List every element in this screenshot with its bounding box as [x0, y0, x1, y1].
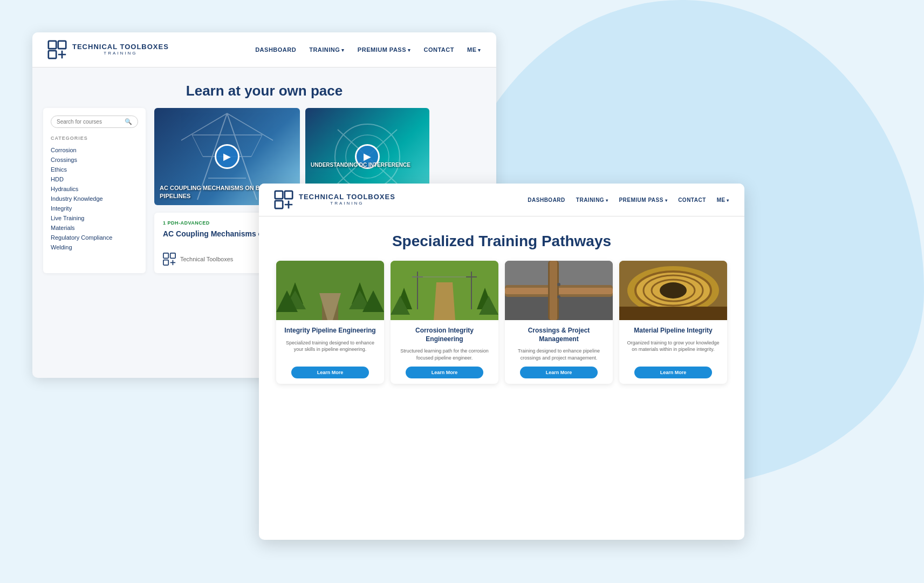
pathway-metal-img — [619, 261, 727, 320]
sidebar: 🔍 CATEGORIES Corrosion Crossings Ethics … — [43, 108, 146, 273]
front-hero: Specialized Training Pathways — [259, 216, 744, 261]
card-front: TECHNICAL TOOLBOXES TRAINING DASHBOARD T… — [259, 184, 744, 540]
front-logo-text-sub: TRAINING — [299, 201, 395, 206]
svg-marker-43 — [434, 282, 455, 320]
svg-point-63 — [660, 282, 687, 299]
provider-name: Technical Toolboxes — [180, 256, 233, 262]
back-hero-title: Learn at your own pace — [43, 83, 485, 99]
logo-text-block: TECHNICAL TOOLBOXES TRAINING — [72, 43, 169, 56]
pathway-grid: Integrity Pipeline Engineering Specializ… — [259, 261, 744, 395]
svg-point-55 — [557, 295, 560, 299]
front-header: TECHNICAL TOOLBOXES TRAINING DASHBOARD T… — [259, 184, 744, 216]
front-logo-text-block: TECHNICAL TOOLBOXES TRAINING — [299, 193, 395, 206]
front-logo-text-main: TECHNICAL TOOLBOXES — [299, 193, 395, 201]
logo-text-sub: TRAINING — [72, 51, 169, 56]
svg-rect-62 — [619, 307, 727, 320]
search-box[interactable]: 🔍 — [51, 116, 138, 128]
category-crossings[interactable]: Crossings — [51, 155, 138, 165]
front-logo-icon — [274, 190, 293, 209]
play-button-1[interactable]: ▶ — [215, 144, 239, 169]
provider-logo-icon — [163, 253, 176, 266]
category-welding[interactable]: Welding — [51, 242, 138, 252]
pathway-integrity-desc: Specialized training designed to enhance… — [282, 340, 379, 362]
front-nav-contact[interactable]: CONTACT — [678, 197, 706, 203]
front-nav-training[interactable]: TRAINING — [576, 197, 608, 203]
svg-rect-19 — [170, 253, 175, 258]
svg-rect-20 — [163, 260, 168, 265]
svg-point-54 — [557, 283, 560, 286]
pathway-integrity-body: Integrity Pipeline Engineering Specializ… — [276, 320, 384, 384]
pipes-svg — [505, 261, 613, 320]
nav-contact[interactable]: CONTACT — [424, 46, 454, 53]
thumb-title-2: UNDERSTANDING DC INTERFERENCE — [311, 161, 424, 168]
category-industry-knowledge[interactable]: Industry Knowledge — [51, 194, 138, 204]
category-ethics[interactable]: Ethics — [51, 165, 138, 174]
pathway-crossings: Crossings & Project Management Training … — [505, 261, 613, 384]
pathway-material-body: Material Pipeline Integrity Organized tr… — [619, 320, 727, 384]
pathway-crossings-btn[interactable]: Learn More — [520, 367, 598, 378]
category-corrosion[interactable]: Corrosion — [51, 145, 138, 155]
pathway-crossings-body: Crossings & Project Management Training … — [505, 320, 613, 384]
forest-svg — [276, 261, 384, 320]
front-nav-dashboard[interactable]: DASHBOARD — [528, 197, 565, 203]
search-icon[interactable]: 🔍 — [125, 118, 132, 125]
svg-rect-25 — [275, 201, 283, 208]
front-logo-area: TECHNICAL TOOLBOXES TRAINING — [274, 190, 395, 209]
front-nav-me[interactable]: ME — [717, 197, 729, 203]
pathway-integrity: Integrity Pipeline Engineering Specializ… — [276, 261, 384, 384]
pathway-corrosion-title: Corrosion Integrity Engineering — [396, 327, 493, 343]
logo-area: TECHNICAL TOOLBOXES TRAINING — [47, 40, 169, 59]
svg-line-13 — [251, 135, 262, 157]
nav-dashboard[interactable]: DASHBOARD — [255, 46, 296, 53]
svg-rect-2 — [49, 51, 56, 58]
logo-icon — [47, 40, 67, 59]
svg-rect-0 — [49, 41, 56, 49]
pathway-integrity-title: Integrity Pipeline Engineering — [282, 327, 379, 335]
svg-line-12 — [192, 135, 203, 157]
pathway-integrity-btn[interactable]: Learn More — [291, 367, 369, 378]
svg-line-7 — [181, 113, 227, 140]
pathway-corrosion-body: Corrosion Integrity Engineering Structur… — [391, 320, 498, 384]
back-header: TECHNICAL TOOLBOXES TRAINING DASHBOARD T… — [32, 32, 496, 67]
front-hero-title: Specialized Training Pathways — [270, 233, 734, 250]
logo-text-main: TECHNICAL TOOLBOXES — [72, 43, 169, 51]
categories-label: CATEGORIES — [51, 135, 138, 141]
category-live-training[interactable]: Live Training — [51, 213, 138, 223]
pathway-crossings-desc: Training designed to enhance pipeline cr… — [510, 348, 607, 361]
pathway-forest-img — [276, 261, 384, 320]
category-materials[interactable]: Materials — [51, 223, 138, 233]
nav-me[interactable]: ME — [467, 46, 481, 53]
pathway-crossings-title: Crossings & Project Management — [510, 327, 607, 343]
svg-rect-18 — [163, 253, 168, 258]
front-nav-premium-pass[interactable]: PREMIUM PASS — [619, 197, 667, 203]
pathway-material: Material Pipeline Integrity Organized tr… — [619, 261, 727, 384]
category-hydraulics[interactable]: Hydraulics — [51, 184, 138, 194]
pathway-corrosion: Corrosion Integrity Engineering Structur… — [391, 261, 498, 384]
svg-line-8 — [227, 113, 273, 140]
svg-rect-24 — [285, 191, 292, 199]
svg-rect-53 — [550, 261, 557, 320]
svg-rect-1 — [58, 41, 66, 49]
front-nav: DASHBOARD TRAINING PREMIUM PASS CONTACT … — [528, 197, 729, 203]
pathway-road-img — [391, 261, 498, 320]
nav-training[interactable]: TRAINING — [309, 46, 345, 53]
search-input[interactable] — [57, 119, 125, 125]
back-nav: DASHBOARD TRAINING PREMIUM PASS CONTACT … — [255, 46, 481, 53]
pathway-material-title: Material Pipeline Integrity — [625, 327, 722, 335]
pathway-corrosion-desc: Structured learning path for the corrosi… — [396, 348, 493, 361]
category-regulatory-compliance[interactable]: Regulatory Compliance — [51, 233, 138, 242]
category-hdd[interactable]: HDD — [51, 174, 138, 184]
category-integrity[interactable]: Integrity — [51, 204, 138, 213]
pathway-material-btn[interactable]: Learn More — [634, 367, 712, 378]
road-svg — [391, 261, 498, 320]
svg-rect-23 — [275, 191, 283, 199]
back-hero: Learn at your own pace — [32, 67, 496, 108]
pathway-corrosion-btn[interactable]: Learn More — [406, 367, 483, 378]
categories-list: Corrosion Crossings Ethics HDD Hydraulic… — [51, 145, 138, 252]
nav-premium-pass[interactable]: PREMIUM PASS — [358, 46, 411, 53]
page-container: TECHNICAL TOOLBOXES TRAINING DASHBOARD T… — [0, 0, 924, 583]
pathway-pipes-img — [505, 261, 613, 320]
metal-svg — [619, 261, 727, 320]
pathway-material-desc: Organized training to grow your knowledg… — [625, 340, 722, 362]
